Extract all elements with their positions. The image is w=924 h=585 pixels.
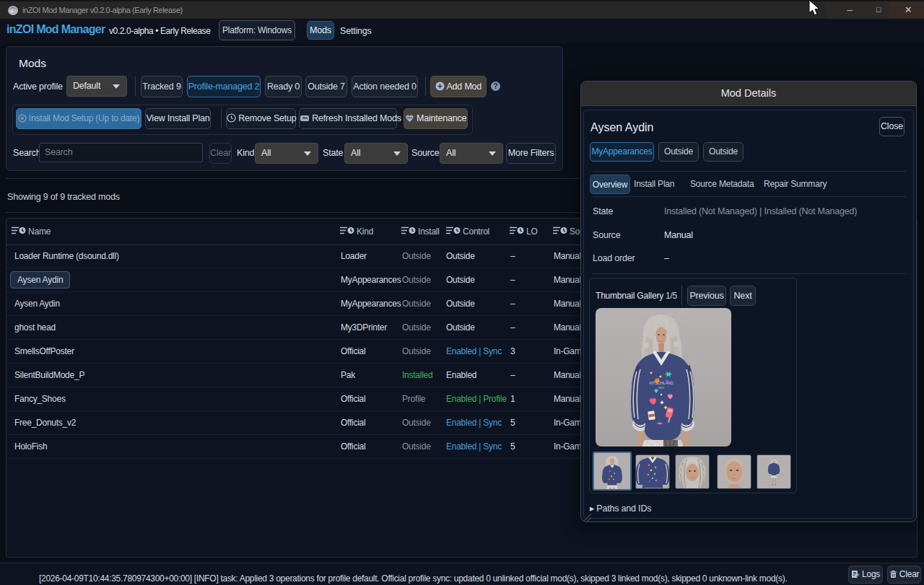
svg-text:PARIS: PARIS — [658, 387, 664, 390]
svg-text:KITSCHLAND: KITSCHLAND — [650, 381, 674, 385]
